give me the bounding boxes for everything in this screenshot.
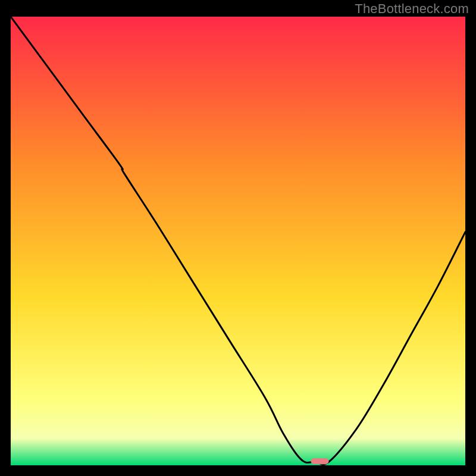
optimal-marker bbox=[311, 458, 329, 464]
chart-background bbox=[11, 17, 465, 465]
bottleneck-chart bbox=[11, 17, 465, 465]
chart-svg bbox=[11, 17, 465, 465]
chart-frame: TheBottleneck.com bbox=[0, 0, 476, 476]
watermark-text: TheBottleneck.com bbox=[355, 1, 469, 17]
